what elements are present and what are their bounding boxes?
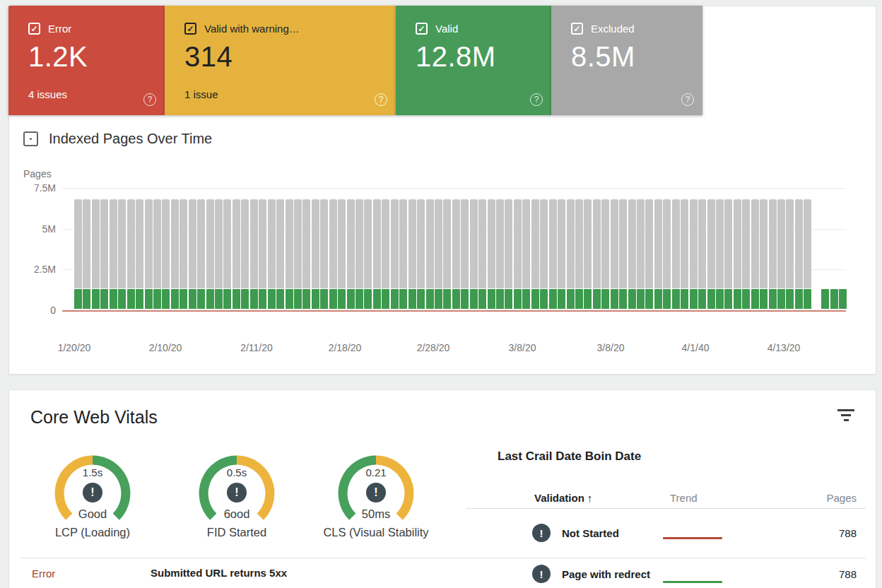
chart-bar xyxy=(452,199,460,309)
chart-bar xyxy=(250,199,258,309)
chart-bar xyxy=(777,199,785,309)
chart-bar xyxy=(215,199,223,309)
status-card-value: 12.8M xyxy=(416,41,534,73)
chart-bar xyxy=(223,199,231,309)
chart-bar xyxy=(821,289,829,309)
chart-bar xyxy=(505,199,512,309)
status-card-error[interactable]: ✓ Error 1.2K 4 issues ? xyxy=(8,6,165,115)
chart-bar xyxy=(276,199,284,309)
chart-bar xyxy=(408,199,416,309)
chart-bar xyxy=(531,199,539,309)
filter-icon[interactable] xyxy=(837,409,854,424)
y-tick-label: 0 xyxy=(9,305,56,316)
chart-bar xyxy=(575,199,583,309)
table-row-pages: 788 xyxy=(839,568,857,580)
chart-bar xyxy=(399,199,407,309)
chart-bar xyxy=(83,199,90,309)
chart-bar xyxy=(496,199,504,309)
gauge-value: 0.5s xyxy=(166,466,307,478)
chart-bar xyxy=(153,199,161,309)
chart-bar xyxy=(294,199,302,309)
status-card-header: ✓ Error xyxy=(28,23,148,35)
x-tick-label: 2/18/20 xyxy=(313,342,377,353)
x-tick-label: 2/10/20 xyxy=(134,342,197,353)
help-icon[interactable]: ? xyxy=(530,93,543,106)
column-header-trend[interactable]: Trend xyxy=(670,492,698,504)
gauge-value: 1.5s xyxy=(22,466,163,478)
chart-bar xyxy=(839,289,847,309)
checkbox-icon[interactable]: ✓ xyxy=(416,23,428,35)
status-card-value: 8.5M xyxy=(571,41,686,73)
chart-bar xyxy=(373,199,381,309)
status-card-excluded[interactable]: ✓ Excluded 8.5M ? xyxy=(551,6,702,115)
chart-bar xyxy=(522,199,530,309)
checkbox-icon[interactable]: ✓ xyxy=(571,23,583,35)
chart-bar xyxy=(241,199,249,309)
chart-bar xyxy=(461,199,469,309)
y-tick-label: 5M xyxy=(9,223,56,235)
checkbox-icon[interactable]: ✓ xyxy=(184,23,196,35)
chart-bar xyxy=(180,199,187,309)
chart-bar xyxy=(426,199,434,309)
chart-bar xyxy=(742,199,750,309)
exclamation-icon: ! xyxy=(227,483,247,502)
chart-bar xyxy=(804,199,811,309)
gauge-label: FID Started xyxy=(166,526,307,539)
section-title: Core Web Vitals xyxy=(30,407,158,428)
help-icon[interactable]: ? xyxy=(375,93,387,106)
chart-bar xyxy=(681,199,688,309)
chart-bar xyxy=(286,199,293,309)
chart-bar xyxy=(514,199,522,309)
chart-bar xyxy=(760,199,768,309)
column-header-validation[interactable]: Validation↑ xyxy=(534,492,592,504)
checkbox-icon[interactable]: ✓ xyxy=(28,23,40,35)
status-card-valid[interactable]: ✓ Valid 12.8M ? xyxy=(396,6,551,115)
chart-bar xyxy=(619,199,627,309)
chart-bar xyxy=(663,199,671,309)
chart-bar xyxy=(478,199,486,309)
status-card-label: Valid with warning… xyxy=(204,23,300,35)
error-row-text[interactable]: Submitted URL returns 5xx xyxy=(151,567,287,579)
table-row-validation[interactable]: Not Started xyxy=(562,527,619,539)
chart-bar xyxy=(769,199,777,309)
status-card-header: ✓ Valid with warning… xyxy=(184,23,379,35)
x-tick-label: 4/13/20 xyxy=(752,342,816,353)
chart-bar xyxy=(549,199,557,309)
chart-bar xyxy=(100,199,108,309)
chart-bar xyxy=(830,289,838,309)
gauge-fid: 0.5s ! 6ood FID Started xyxy=(166,451,307,550)
chart-bar xyxy=(786,199,794,309)
status-card-label: Error xyxy=(48,23,71,35)
chart-bar xyxy=(197,199,205,309)
table-row-pages: 788 xyxy=(839,527,857,539)
gauge-label: CLS (Visual Stability xyxy=(305,526,447,539)
help-icon[interactable]: ? xyxy=(143,93,156,106)
chart-baseline xyxy=(62,310,846,312)
chart-bar xyxy=(540,199,548,309)
chart-bar xyxy=(698,199,706,309)
gauge-lcp: 1.5s ! Good LCP (Loading) xyxy=(22,451,163,550)
chart-bar xyxy=(347,199,355,309)
chart-bar xyxy=(189,199,196,309)
gauge-label: LCP (Loading) xyxy=(22,526,163,539)
chart-bar xyxy=(74,199,82,309)
gauge-status: Good xyxy=(22,507,163,521)
status-card-label: Excluded xyxy=(591,23,635,35)
core-web-vitals-card: Core Web Vitals 1.5s ! Good LCP (Loading… xyxy=(8,389,876,588)
error-row-label[interactable]: Error xyxy=(32,568,55,580)
chart-bar xyxy=(355,199,363,309)
column-header-pages[interactable]: Pages xyxy=(826,492,857,504)
status-card-valid-with-warning[interactable]: ✓ Valid with warning… 314 1 issue ? xyxy=(165,6,396,115)
chart-bar xyxy=(382,199,389,309)
help-icon[interactable]: ? xyxy=(681,93,694,106)
chart-bar xyxy=(145,199,153,309)
table-title: Last Crail Date Boin Date xyxy=(498,449,641,464)
table-row-validation[interactable]: Page with redrect xyxy=(562,568,650,580)
x-tick-label: 2/28/20 xyxy=(401,342,465,353)
chart-bar xyxy=(707,199,715,309)
x-tick-label: 3/8/20 xyxy=(490,342,554,353)
chart-bar xyxy=(567,199,575,309)
chart-bar xyxy=(110,199,117,309)
x-tick-label: 1/20/20 xyxy=(42,342,106,353)
index-coverage-card: ✓ Error 1.2K 4 issues ? ✓ Valid with war… xyxy=(8,6,876,375)
